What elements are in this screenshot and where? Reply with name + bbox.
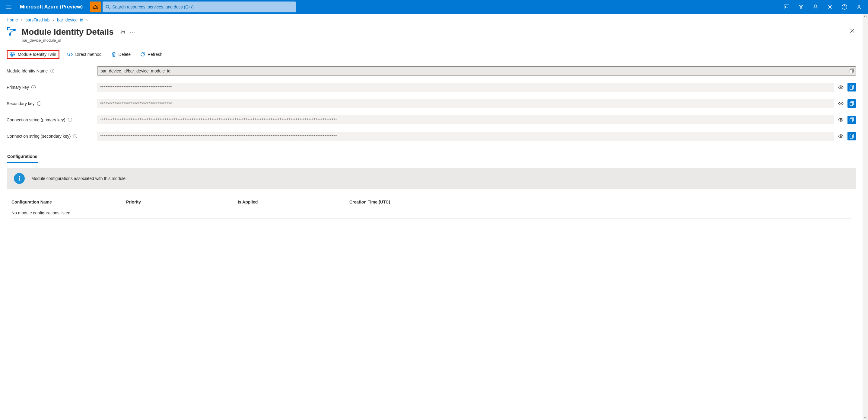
page-subtitle: bar_device_module_id <box>22 38 856 43</box>
conn-primary-field[interactable]: ****************************************… <box>97 115 834 124</box>
sliders-icon <box>10 52 16 57</box>
copy-button[interactable] <box>847 99 856 108</box>
chevron-right-icon: › <box>86 18 88 22</box>
svg-point-10 <box>13 54 14 55</box>
col-header-priority[interactable]: Priority <box>126 200 238 204</box>
empty-state-text: No module configurations listed. <box>11 211 126 215</box>
svg-rect-16 <box>850 86 852 89</box>
breadcrumb-device[interactable]: bar_device_id <box>57 18 83 22</box>
search-box[interactable] <box>102 1 296 12</box>
svg-point-8 <box>9 33 11 36</box>
tab-configurations[interactable]: Configurations <box>7 151 38 163</box>
brand-text: Microsoft Azure (Preview) <box>20 4 83 10</box>
reveal-icon[interactable] <box>837 116 845 124</box>
primary-key-field[interactable]: **************************************** <box>97 83 834 92</box>
toolbar-label: Delete <box>119 52 131 57</box>
refresh-button[interactable]: Refresh <box>138 51 165 58</box>
trash-icon <box>111 52 116 57</box>
cloud-shell-icon[interactable] <box>780 0 793 13</box>
pin-icon[interactable] <box>120 30 125 34</box>
settings-icon[interactable] <box>823 0 837 13</box>
chevron-right-icon: › <box>53 18 54 22</box>
module-name-field[interactable]: bar_device_id/bar_device_module_id <box>97 66 856 76</box>
svg-point-5 <box>858 5 860 7</box>
delete-button[interactable]: Delete <box>109 51 133 58</box>
svg-point-23 <box>840 136 841 137</box>
field-label-conn-secondary: Connection string (secondary key) i <box>7 134 97 139</box>
svg-point-7 <box>13 29 16 31</box>
secondary-key-field[interactable]: **************************************** <box>97 99 834 108</box>
code-icon <box>67 52 73 56</box>
search-input[interactable] <box>112 4 293 9</box>
field-label-module-name: Module Identity Name i <box>7 68 97 73</box>
svg-rect-19 <box>850 102 852 106</box>
copy-button[interactable] <box>847 132 856 140</box>
module-identity-icon <box>7 27 18 37</box>
svg-point-17 <box>840 103 841 104</box>
info-icon[interactable]: i <box>31 85 36 89</box>
svg-rect-13 <box>850 70 852 73</box>
copy-button[interactable] <box>847 116 856 124</box>
copy-icon[interactable] <box>849 68 854 73</box>
info-icon[interactable]: i <box>73 134 77 138</box>
reveal-icon[interactable] <box>837 132 845 140</box>
toolbar-label: Refresh <box>148 52 162 57</box>
reveal-icon[interactable] <box>837 99 845 108</box>
help-icon[interactable] <box>838 0 851 13</box>
banner-text: Module configurations associated with th… <box>31 176 127 181</box>
info-icon[interactable]: i <box>68 118 72 122</box>
close-icon[interactable] <box>849 27 856 34</box>
svg-rect-2 <box>784 5 789 9</box>
breadcrumb: Home › barsFirstHub › bar_device_id › <box>7 18 856 22</box>
search-icon <box>105 5 110 9</box>
chevron-right-icon: › <box>21 18 22 22</box>
svg-rect-6 <box>7 27 10 30</box>
field-label-primary-key: Primary key i <box>7 85 97 90</box>
reveal-icon[interactable] <box>837 83 845 91</box>
menu-icon[interactable] <box>2 1 15 13</box>
breadcrumb-home[interactable]: Home <box>7 18 18 22</box>
direct-method-button[interactable]: Direct method <box>64 51 104 58</box>
table-row: No module configurations listed. <box>11 207 851 219</box>
svg-point-1 <box>106 5 109 8</box>
scrollbar[interactable] <box>863 14 868 420</box>
svg-rect-25 <box>850 135 852 138</box>
copy-button[interactable] <box>847 83 856 91</box>
table-header: Configuration Name Priority Is Applied C… <box>11 197 851 207</box>
col-header-applied[interactable]: Is Applied <box>238 200 349 204</box>
toolbar-label: Module Identity Twin <box>18 52 56 57</box>
col-header-time[interactable]: Creation Time (UTC) <box>349 200 851 204</box>
field-label-secondary-key: Secondary key i <box>7 101 97 106</box>
module-identity-twin-button[interactable]: Module Identity Twin <box>7 50 59 59</box>
feedback-icon[interactable] <box>852 0 866 13</box>
svg-point-3 <box>829 6 831 8</box>
info-icon[interactable]: i <box>37 102 41 106</box>
svg-point-9 <box>11 52 12 53</box>
notifications-icon[interactable] <box>809 0 822 13</box>
svg-rect-22 <box>850 119 852 122</box>
svg-point-20 <box>840 119 841 120</box>
info-icon: i <box>14 173 25 184</box>
more-icon[interactable]: ··· <box>130 30 135 34</box>
svg-point-11 <box>11 55 13 56</box>
page-title: Module Identity Details <box>22 27 114 37</box>
svg-point-0 <box>94 6 97 9</box>
toolbar-label: Direct method <box>75 52 101 57</box>
info-banner: i Module configurations associated with … <box>7 168 856 189</box>
field-label-conn-primary: Connection string (primary key) i <box>7 117 97 122</box>
conn-secondary-field[interactable]: ****************************************… <box>97 132 834 141</box>
col-header-name[interactable]: Configuration Name <box>11 200 126 204</box>
directory-filter-icon[interactable] <box>795 0 808 13</box>
preview-bug-icon[interactable] <box>90 1 101 12</box>
breadcrumb-hub[interactable]: barsFirstHub <box>25 18 50 22</box>
refresh-icon <box>140 52 145 57</box>
svg-point-14 <box>840 87 841 88</box>
info-icon[interactable]: i <box>50 69 54 73</box>
